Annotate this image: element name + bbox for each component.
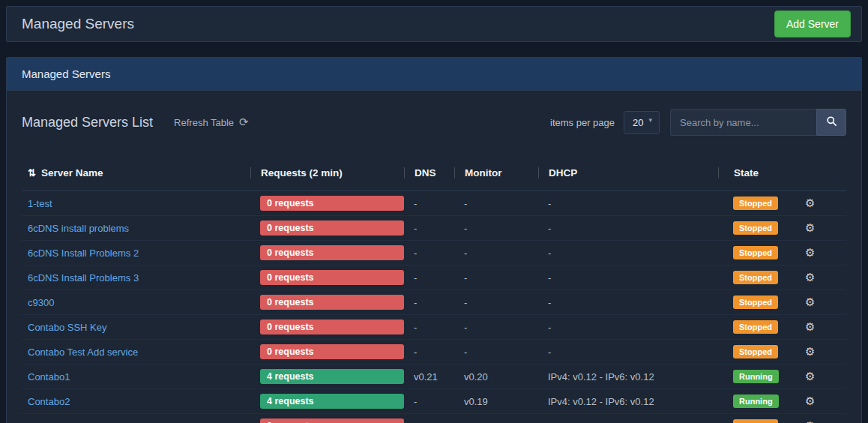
state-badge: Stopped — [733, 345, 778, 358]
topbar: Managed Servers Add Server — [6, 6, 862, 42]
refresh-table-button[interactable]: Refresh Table ⟳ — [174, 116, 249, 129]
state-cell: Stopped — [718, 246, 793, 260]
monitor-value: v0.19 — [454, 396, 538, 407]
gear-icon[interactable]: ⚙ — [805, 320, 815, 333]
actions-cell: ⚙ — [793, 271, 846, 284]
server-name-link[interactable]: 1-test — [28, 198, 52, 209]
actions-cell: ⚙ — [793, 370, 846, 383]
dns-value: - — [404, 272, 454, 284]
requests-badge: 4 requests — [260, 394, 404, 409]
server-name-link[interactable]: Contabo1 — [28, 371, 70, 382]
search-button[interactable] — [816, 109, 846, 136]
list-title: Managed Servers List — [22, 115, 153, 130]
managed-servers-panel: Managed Servers Managed Servers List Ref… — [6, 57, 862, 423]
state-badge: Stopped — [733, 221, 778, 235]
table-toolbar: Managed Servers List Refresh Table ⟳ ite… — [22, 109, 846, 136]
server-name-link[interactable]: 6cDNS Install Problems 3 — [28, 272, 139, 284]
server-name-cell: Contabo2 — [22, 396, 250, 407]
dns-value: - — [404, 223, 454, 234]
actions-cell: ⚙ — [793, 196, 846, 210]
search-icon — [826, 116, 837, 129]
monitor-value: - — [454, 346, 538, 358]
server-name-link[interactable]: Demo Contabo1 — [28, 421, 99, 423]
table-row: 6cDNS Install Problems 3 0 requests - - … — [22, 266, 846, 290]
search-input[interactable] — [670, 109, 816, 136]
server-name-link[interactable]: Contabo2 — [28, 396, 70, 407]
gear-icon[interactable]: ⚙ — [805, 394, 815, 407]
server-name-cell: 6cDNS Install Problems 2 — [22, 248, 250, 259]
gear-icon[interactable]: ⚙ — [805, 271, 815, 284]
table-row: Contabo Test Add service 0 requests - - … — [22, 340, 846, 364]
gear-icon[interactable]: ⚙ — [805, 370, 815, 382]
server-name-cell: Contabo Test Add service — [22, 346, 250, 358]
server-name-link[interactable]: 6cDNS Install Problems 2 — [28, 248, 139, 259]
server-name-link[interactable]: Contabo Test Add service — [28, 346, 138, 358]
gear-icon[interactable]: ⚙ — [805, 196, 815, 209]
requests-cell: 0 requests — [250, 344, 404, 359]
requests-cell: 0 requests — [250, 320, 404, 334]
table-row: 6cDNS install problems 0 requests - - - … — [22, 216, 846, 241]
server-name-cell: 1-test — [22, 198, 250, 209]
monitor-value: - — [454, 322, 538, 333]
requests-badge: 0 requests — [260, 320, 404, 334]
server-name-cell: 6cDNS Install Problems 3 — [22, 272, 250, 284]
monitor-value: - — [454, 198, 538, 209]
table-row: 6cDNS Install Problems 2 0 requests - - … — [22, 241, 846, 266]
chevron-down-icon: ▾ — [648, 116, 652, 124]
server-name-cell: Contabo SSH Key — [22, 322, 250, 333]
actions-cell: ⚙ — [793, 246, 846, 260]
sort-icon: ⇅ — [28, 167, 36, 178]
server-name-link[interactable]: c9300 — [28, 297, 54, 308]
monitor-value: - — [454, 223, 538, 234]
gear-icon[interactable]: ⚙ — [805, 419, 815, 423]
requests-cell: 0 requests — [250, 245, 404, 260]
items-per-page-select[interactable]: 20 ▾ — [624, 111, 660, 134]
state-badge: Stopped — [733, 246, 778, 260]
search-group — [670, 109, 846, 136]
add-server-button[interactable]: Add Server — [774, 10, 851, 38]
gear-icon[interactable]: ⚙ — [805, 246, 815, 259]
state-cell: Stopped — [718, 345, 793, 358]
items-per-page-label: items per page — [550, 117, 615, 128]
requests-cell: 0 requests — [250, 196, 404, 211]
column-header-monitor: Monitor — [454, 167, 538, 178]
dhcp-value: - — [538, 346, 718, 358]
actions-cell: ⚙ — [793, 320, 846, 334]
requests-cell: 0 requests — [250, 418, 404, 423]
server-name-link[interactable]: Contabo SSH Key — [28, 322, 107, 333]
state-badge: Stopped — [733, 320, 778, 334]
gear-icon[interactable]: ⚙ — [805, 345, 815, 358]
gear-icon[interactable]: ⚙ — [805, 221, 815, 234]
state-badge: Stopped — [733, 419, 778, 423]
refresh-table-label: Refresh Table — [174, 117, 234, 128]
server-name-link[interactable]: 6cDNS install problems — [28, 223, 129, 234]
monitor-value: - — [454, 272, 538, 284]
dns-value: - — [404, 322, 454, 333]
dns-value: - — [404, 346, 454, 358]
panel-header: Managed Servers — [7, 58, 861, 91]
requests-cell: 0 requests — [250, 220, 404, 236]
requests-cell: 0 requests — [250, 295, 404, 310]
state-badge: Stopped — [733, 271, 778, 284]
actions-cell: ⚙ — [793, 394, 846, 408]
column-header-server-name[interactable]: ⇅Server Name — [22, 167, 250, 178]
server-name-cell: c9300 — [22, 297, 250, 308]
table-row: Contabo SSH Key 0 requests - - - Stopped… — [22, 315, 846, 340]
requests-badge: 0 requests — [260, 270, 404, 285]
gear-icon[interactable]: ⚙ — [805, 296, 815, 308]
table-row: c9300 0 requests - - - Stopped ⚙ — [22, 290, 846, 315]
requests-badge: 4 requests — [260, 369, 404, 384]
server-name-cell: Contabo1 — [22, 371, 250, 382]
requests-badge: 0 requests — [260, 344, 404, 359]
page-title: Managed Servers — [22, 16, 134, 32]
state-cell: Stopped — [718, 196, 793, 210]
monitor-value: - — [454, 421, 538, 423]
dhcp-value: - — [538, 297, 718, 308]
dhcp-value: - — [538, 322, 718, 333]
actions-cell: ⚙ — [793, 221, 846, 235]
table-row: Contabo1 4 requests v0.21 v0.20 IPv4: v0… — [22, 364, 846, 389]
table-row: 1-test 0 requests - - - Stopped ⚙ — [22, 191, 846, 216]
table-row: Contabo2 4 requests - v0.19 IPv4: v0.12 … — [22, 389, 846, 414]
requests-badge: 0 requests — [260, 295, 404, 310]
server-name-cell: Demo Contabo1 — [22, 421, 250, 423]
